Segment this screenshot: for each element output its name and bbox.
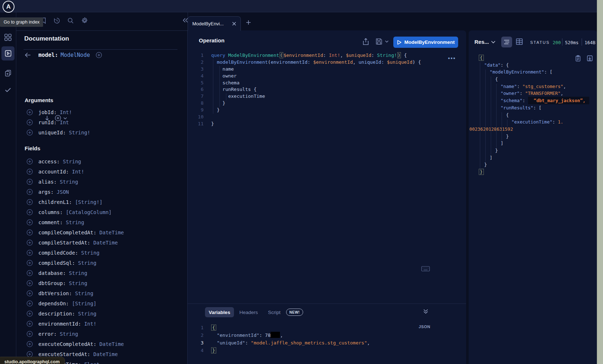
checks-nav-icon[interactable] — [4, 86, 12, 93]
field-type[interactable]: String — [60, 159, 81, 164]
add-field-icon[interactable] — [26, 260, 33, 266]
doc-field-row[interactable]: access: String — [26, 158, 81, 166]
tab-script[interactable]: Script — [268, 307, 281, 317]
graph-index-tooltip: Go to graph index — [0, 17, 43, 27]
variables-editor[interactable]: 1{2 "environmentId": 78,3 "uniqueId": "m… — [188, 324, 466, 354]
doc-field-row[interactable]: database: String — [26, 269, 87, 277]
new-tab-icon[interactable] — [246, 20, 251, 25]
code-line: 7 executionTime — [188, 93, 466, 100]
doc-field-row[interactable]: dependsOn: [String] — [26, 300, 96, 307]
add-field-icon[interactable] — [26, 290, 33, 297]
documentation-panel: Documentation model: ModelNode Arguments… — [16, 30, 188, 364]
field-name: alias: — [38, 179, 57, 185]
settings-gear-icon[interactable] — [81, 17, 88, 24]
search-icon[interactable] — [67, 17, 74, 24]
code-line: 3 "uniqueId": "model.jaffle_shop_metrics… — [188, 339, 466, 347]
save-operation-icon[interactable] — [376, 38, 382, 45]
share-operation-icon[interactable] — [363, 38, 369, 45]
add-field-icon[interactable] — [26, 331, 33, 337]
field-type[interactable]: JSON — [54, 189, 69, 195]
code-line: 1{ — [188, 324, 466, 331]
line-number: 11 — [188, 121, 211, 127]
close-tab-icon[interactable] — [232, 22, 236, 26]
doc-field-row[interactable]: args: JSON — [26, 188, 69, 196]
add-field-icon[interactable] — [26, 229, 33, 236]
tab-headers[interactable]: Headers — [239, 307, 258, 317]
field-type[interactable]: [CatalogColumn] — [63, 209, 112, 215]
add-field-icon[interactable] — [26, 270, 33, 276]
field-type[interactable]: Int! — [69, 169, 84, 175]
code-line: } — [469, 147, 596, 154]
field-type[interactable]: String — [78, 250, 100, 256]
field-type[interactable]: DateTime — [90, 351, 118, 357]
history-icon[interactable] — [53, 17, 60, 24]
field-type[interactable]: String — [75, 260, 96, 266]
add-field-icon[interactable] — [26, 310, 33, 317]
doc-field-row[interactable]: childrenL1: [String!] — [26, 198, 102, 206]
response-dropdown-chevron-icon[interactable] — [491, 41, 495, 43]
apollo-logo-icon[interactable]: A — [3, 1, 14, 13]
add-field-icon[interactable] — [26, 250, 33, 256]
save-options-chevron-icon[interactable] — [385, 40, 389, 43]
field-type[interactable]: String — [57, 179, 78, 185]
tab-variables[interactable]: Variables — [205, 307, 234, 317]
add-field-icon[interactable] — [26, 209, 33, 216]
doc-field-row[interactable]: compileCompletedAt: DateTime — [26, 229, 124, 237]
code-line: "schema": “dbt_mary_jackson”, — [469, 97, 596, 104]
field-type[interactable]: DateTime — [96, 230, 124, 235]
field-type[interactable]: Int! — [81, 321, 96, 327]
doc-field-row[interactable]: dbtGroup: String — [26, 279, 87, 287]
run-operation-button[interactable]: ModelByEnvironment — [393, 37, 458, 48]
field-type[interactable]: String — [66, 280, 87, 286]
page-scrollbar[interactable] — [597, 0, 603, 364]
keyboard-shortcuts-icon[interactable] — [421, 266, 430, 272]
add-field-icon[interactable] — [26, 179, 33, 185]
field-name: compiledSql: — [38, 260, 75, 266]
response-table-view-toggle[interactable] — [516, 38, 523, 45]
line-number: 4 — [188, 347, 211, 354]
field-type[interactable]: [String] — [69, 301, 96, 306]
doc-field-row[interactable]: compiledCode: String — [26, 249, 100, 257]
explorer-nav-item[interactable] — [1, 46, 14, 60]
field-type[interactable]: String — [63, 219, 84, 225]
operation-tab[interactable]: ModelByEnvi... — [188, 16, 241, 31]
operation-editor[interactable]: 1query ModelByEnvironment($environmentId… — [188, 52, 466, 127]
doc-field-row[interactable]: alias: String — [26, 178, 78, 186]
field-type[interactable]: Float — [81, 361, 100, 364]
add-field-icon[interactable] — [26, 199, 33, 205]
add-field-icon[interactable] — [26, 189, 33, 195]
doc-field-row[interactable]: compiledSql: String — [26, 259, 96, 267]
field-type[interactable]: String — [57, 331, 78, 337]
add-field-icon[interactable] — [26, 219, 33, 226]
field-type[interactable]: String — [72, 290, 93, 296]
add-field-icon[interactable] — [26, 321, 33, 327]
field-type[interactable]: String — [66, 270, 87, 276]
doc-field-row[interactable]: executeCompletedAt: DateTime — [26, 340, 124, 348]
response-body[interactable]: { "data": { "modelByEnvironment": [ { "n… — [469, 54, 596, 176]
add-field-icon[interactable] — [26, 239, 33, 246]
add-field-icon[interactable] — [26, 158, 33, 165]
doc-field-row[interactable]: columns: [CatalogColumn] — [26, 208, 112, 216]
add-field-icon[interactable] — [26, 341, 33, 347]
add-field-icon[interactable] — [26, 300, 33, 307]
doc-field-row[interactable]: accountId: Int! — [26, 168, 84, 176]
graph-index-grid-icon[interactable] — [4, 33, 12, 41]
doc-field-row[interactable]: dbtVersion: String — [26, 289, 93, 297]
code-line: { — [469, 54, 596, 62]
field-type[interactable]: [String!] — [72, 199, 102, 205]
field-type[interactable]: String — [75, 311, 96, 317]
code-line: "executionTime": 1. — [469, 118, 596, 126]
add-field-icon[interactable] — [26, 168, 33, 175]
add-field-icon[interactable] — [26, 280, 33, 286]
schema-nav-icon[interactable] — [4, 70, 12, 77]
field-type[interactable]: DateTime — [96, 341, 124, 347]
field-type[interactable]: DateTime — [90, 240, 118, 246]
collapse-variables-icon[interactable] — [423, 309, 428, 314]
doc-field-row[interactable]: compileStartedAt: DateTime — [26, 239, 118, 247]
code-line: "owner": "TRANSFORMER", — [469, 90, 596, 97]
doc-field-row[interactable]: description: String — [26, 310, 96, 318]
doc-field-row[interactable]: comment: String — [26, 218, 84, 226]
response-tree-view-toggle[interactable] — [501, 37, 512, 47]
doc-field-row[interactable]: error: String — [26, 330, 78, 338]
doc-field-row[interactable]: environmentId: Int! — [26, 320, 96, 328]
